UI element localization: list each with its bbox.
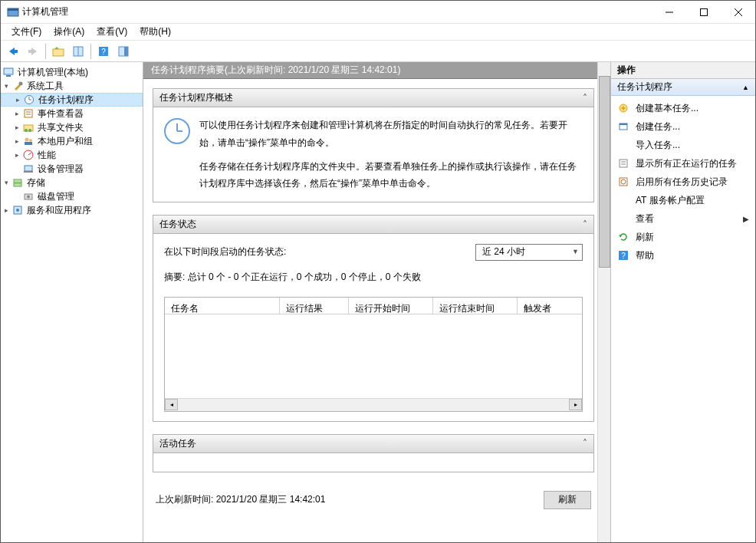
summary-title: 任务计划程序摘要(上次刷新时间: 2021/1/20 星期三 14:42:01) — [151, 64, 400, 77]
blank-icon — [617, 212, 629, 225]
action-label: 启用所有任务历史记录 — [636, 176, 749, 189]
event-icon — [22, 107, 35, 120]
svg-point-29 — [28, 129, 31, 132]
scroll-left-icon[interactable]: ◂ — [165, 399, 178, 410]
chevron-up-icon: ˄ — [583, 93, 587, 104]
tree-item-local-users[interactable]: ▸ 本地用户和组 — [1, 134, 143, 148]
section-header[interactable]: 任务状态 ˄ — [153, 216, 593, 234]
tree-services-apps[interactable]: ▸ 服务和应用程序 — [1, 203, 143, 217]
close-button[interactable] — [721, 1, 755, 23]
actions-group-head[interactable]: 任务计划程序 ▲ — [611, 79, 755, 96]
tree-system-tools[interactable]: ▾ 系统工具 — [1, 79, 143, 93]
menu-action[interactable]: 操作(A) — [48, 24, 90, 40]
svg-rect-10 — [53, 49, 64, 56]
svg-point-31 — [29, 139, 32, 142]
tree-item-performance[interactable]: ▸ 性能 — [1, 148, 143, 162]
action-help[interactable]: ? 帮助 — [611, 246, 755, 265]
col-result[interactable]: 运行结果 — [280, 298, 349, 314]
action-create-basic[interactable]: 创建基本任务... — [611, 99, 755, 117]
services-icon — [12, 204, 24, 216]
twisty-icon[interactable]: ▸ — [12, 96, 23, 104]
action-show-running[interactable]: 显示所有正在运行的任务 — [611, 154, 755, 173]
twisty-icon[interactable]: ▸ — [1, 206, 12, 214]
blank-icon — [617, 139, 629, 151]
show-hide-pane-button[interactable] — [114, 43, 133, 60]
tree-item-event-viewer[interactable]: ▸ 事件查看器 — [1, 107, 143, 120]
twisty-icon[interactable]: ▸ — [12, 110, 22, 117]
tree-item-shared-folders[interactable]: ▸ 共享文件夹 — [1, 120, 143, 134]
section-header[interactable]: 任务计划程序概述 ˄ — [153, 89, 593, 107]
performance-icon — [22, 149, 35, 161]
action-refresh[interactable]: 刷新 — [611, 228, 755, 246]
refresh-button[interactable]: 刷新 — [544, 491, 591, 509]
center-scroll[interactable]: 任务计划程序概述 ˄ 可以使用任务计划程序来创建和管理计算机将在所指定的时间自动… — [143, 79, 597, 542]
tree-label: 共享文件夹 — [38, 121, 84, 134]
minimize-button[interactable] — [652, 1, 686, 23]
section-active: 活动任务 ˄ — [153, 434, 594, 472]
action-enable-history[interactable]: 启用所有任务历史记录 — [611, 173, 755, 191]
svg-rect-3 — [700, 8, 707, 15]
shared-folder-icon — [22, 121, 35, 133]
svg-point-40 — [27, 196, 30, 199]
help-button[interactable]: ? — [94, 43, 113, 60]
col-start[interactable]: 运行开始时间 — [349, 298, 433, 314]
nav-forward-button[interactable] — [24, 43, 42, 60]
nav-tree[interactable]: 计算机管理(本地) ▾ 系统工具 ▸ 任务计划程序 ▸ — [1, 65, 143, 217]
tree-label: 计算机管理(本地) — [18, 66, 88, 79]
tree-storage[interactable]: ▾ 存储 — [1, 176, 143, 189]
svg-rect-1 — [8, 8, 18, 11]
action-label: 导入任务... — [636, 139, 749, 152]
twisty-icon[interactable]: ▸ — [12, 123, 22, 131]
action-at-service[interactable]: AT 服务帐户配置 — [611, 191, 755, 209]
storage-icon — [12, 176, 24, 189]
svg-rect-45 — [620, 123, 627, 125]
svg-marker-11 — [54, 47, 59, 49]
twisty-icon[interactable]: ▾ — [1, 179, 12, 186]
properties-button[interactable] — [69, 43, 87, 60]
summary-header: 任务计划程序摘要(上次刷新时间: 2021/1/20 星期三 14:42:01) — [143, 62, 597, 79]
col-trigger[interactable]: 触发者 — [518, 298, 582, 314]
up-level-button[interactable] — [49, 43, 67, 60]
sparkle-icon — [617, 102, 629, 114]
action-label: 创建基本任务... — [636, 102, 749, 115]
maximize-button[interactable] — [686, 1, 721, 23]
col-task-name[interactable]: 任务名 — [165, 298, 280, 314]
scroll-right-icon[interactable]: ▸ — [569, 399, 582, 410]
window-title: 计算机管理 — [19, 5, 652, 18]
actions-title: 操作 — [611, 62, 755, 79]
users-icon — [22, 135, 35, 147]
table-header: 任务名 运行结果 运行开始时间 运行结束时间 触发者 — [165, 298, 582, 314]
section-header[interactable]: 活动任务 ˄ — [153, 435, 593, 453]
tree-label: 服务和应用程序 — [27, 204, 91, 217]
twisty-icon[interactable]: ▾ — [1, 82, 12, 90]
overview-text-1: 可以使用任务计划程序来创建和管理计算机将在所指定的时间自动执行的常见任务。若要开… — [199, 117, 583, 152]
svg-rect-46 — [620, 160, 627, 167]
menu-view[interactable]: 查看(V) — [90, 24, 133, 40]
tree-item-task-scheduler[interactable]: ▸ 任务计划程序 — [1, 93, 143, 107]
svg-rect-7 — [14, 50, 18, 53]
twisty-icon[interactable]: ▸ — [12, 137, 22, 145]
help-icon: ? — [617, 249, 629, 262]
section-status: 任务状态 ˄ 在以下时间段启动的任务状态: 近 24 小时 ▼ — [153, 215, 594, 422]
tree-root[interactable]: 计算机管理(本地) — [1, 65, 143, 79]
twisty-icon[interactable]: ▸ — [12, 151, 22, 159]
menu-file[interactable]: 文件(F) — [5, 24, 48, 40]
nav-back-button[interactable] — [4, 43, 22, 60]
menu-help[interactable]: 帮助(H) — [133, 24, 177, 40]
action-view[interactable]: 查看 ▶ — [611, 209, 755, 228]
tree-item-disk-mgmt[interactable]: 磁盘管理 — [1, 189, 143, 203]
h-scrollbar[interactable]: ◂ ▸ — [165, 398, 582, 411]
toolbar-separator — [45, 44, 46, 59]
action-import[interactable]: 导入任务... — [611, 136, 755, 154]
device-icon — [22, 163, 35, 175]
tools-icon — [12, 80, 24, 92]
actions-pane: 操作 任务计划程序 ▲ 创建基本任务... 创建任务... 导入任务... — [611, 62, 755, 542]
actions-list: 创建基本任务... 创建任务... 导入任务... 显示所有正在运行的任务 启用… — [611, 96, 755, 542]
col-end[interactable]: 运行结束时间 — [433, 298, 518, 314]
v-scrollbar[interactable] — [597, 62, 610, 542]
tree-item-device-manager[interactable]: 设备管理器 — [1, 162, 143, 176]
overview-text-2: 任务存储在任务计划程序库的文件夹中。若要查看单独任务上的操作或执行该操作，请在任… — [199, 158, 583, 193]
submenu-icon: ▶ — [743, 215, 749, 223]
time-range-combo[interactable]: 近 24 小时 ▼ — [475, 244, 583, 261]
action-create[interactable]: 创建任务... — [611, 117, 755, 136]
